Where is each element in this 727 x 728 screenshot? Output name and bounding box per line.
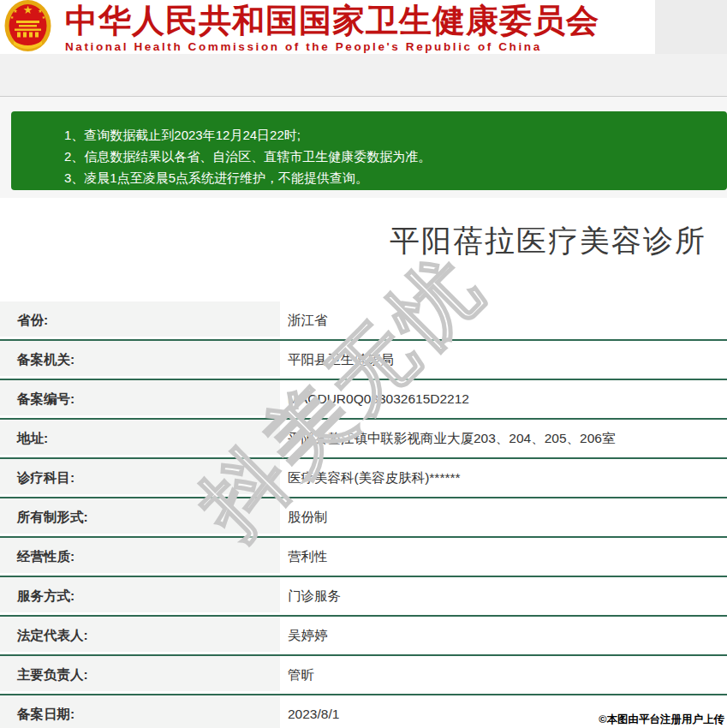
- field-label: 诊疗科目:: [0, 459, 280, 497]
- field-label: 地址:: [0, 420, 280, 457]
- field-label: 省份:: [0, 301, 280, 339]
- field-label: 备案日期:: [0, 695, 280, 728]
- table-row: 诊疗科目: 医疗美容科(美容皮肤科)******: [0, 459, 727, 498]
- notice-line-2: 2、信息数据结果以各省、自治区、直辖市卫生健康委数据为准。: [64, 146, 718, 167]
- svg-text:★: ★: [13, 9, 17, 14]
- table-row: 法定代表人: 吴婷婷: [0, 617, 727, 656]
- svg-text:★: ★: [42, 15, 46, 20]
- field-value: 门诊服务: [280, 577, 727, 615]
- table-row: 省份: 浙江省: [0, 301, 727, 341]
- svg-text:★: ★: [23, 3, 33, 16]
- table-row: 地址: 平阳县鳌江镇中联影视商业大厦203、204、205、206室: [0, 420, 727, 459]
- field-value: 平阳县卫生健康局: [280, 341, 727, 379]
- field-label: 服务方式:: [0, 577, 280, 615]
- header-titles: 中华人民共和国国家卫生健康委员会 National Health Commiss…: [65, 2, 647, 53]
- page: ★ ★ ★ ★ ★ 中华人民共和国国家卫生健康委员会 National Heal…: [0, 0, 727, 728]
- upload-copyright-note: ©本图由平台注册用户上传: [599, 713, 724, 727]
- notice-line-3: 3、凌晨1点至凌晨5点系统进行维护，不能提供查询。: [64, 167, 718, 188]
- field-label: 备案机关:: [0, 341, 280, 379]
- site-header-banner: ★ ★ ★ ★ ★ 中华人民共和国国家卫生健康委员会 National Heal…: [0, 0, 655, 54]
- field-value: 浙江省: [280, 301, 727, 339]
- main-content: 平阳蓓拉医疗美容诊所 省份: 浙江省 备案机关: 平阳县卫生健康局 备案编号: …: [0, 198, 727, 728]
- field-value: 吴婷婷: [280, 617, 727, 654]
- record-table: 省份: 浙江省 备案机关: 平阳县卫生健康局 备案编号: MACDUR0Q033…: [0, 301, 727, 728]
- header-sub-band: [0, 54, 727, 97]
- field-value: 平阳县鳌江镇中联影视商业大厦203、204、205、206室: [280, 420, 727, 457]
- table-row: 主要负责人: 管昕: [0, 656, 727, 695]
- field-label: 法定代表人:: [0, 617, 280, 654]
- table-row: 服务方式: 门诊服务: [0, 577, 727, 617]
- table-row: 备案机关: 平阳县卫生健康局: [0, 341, 727, 380]
- notice-box: 1、查询数据截止到2023年12月24日22时; 2、信息数据结果以各省、自治区…: [11, 111, 727, 190]
- field-label: 经营性质:: [0, 538, 280, 576]
- site-header: ★ ★ ★ ★ ★ 中华人民共和国国家卫生健康委员会 National Heal…: [0, 0, 727, 54]
- field-value: MACDUR0Q033032615D2212: [280, 380, 727, 418]
- notice-line-1: 1、查询数据截止到2023年12月24日22时;: [64, 124, 718, 146]
- notice-band: 1、查询数据截止到2023年12月24日22时; 2、信息数据结果以各省、自治区…: [0, 97, 727, 198]
- table-row: 经营性质: 营利性: [0, 538, 727, 577]
- svg-text:★: ★: [38, 9, 42, 14]
- site-title-chinese: 中华人民共和国国家卫生健康委员会: [65, 2, 647, 39]
- field-value: 营利性: [280, 538, 727, 576]
- prc-national-emblem-icon: ★ ★ ★ ★ ★: [3, 0, 52, 53]
- table-row: 所有制形式: 股份制: [0, 498, 727, 538]
- field-label: 备案编号:: [0, 380, 280, 418]
- svg-text:★: ★: [10, 15, 15, 20]
- field-value: 管昕: [280, 656, 727, 694]
- field-value: 医疗美容科(美容皮肤科)******: [280, 459, 727, 497]
- institution-name-title: 平阳蓓拉医疗美容诊所: [390, 198, 727, 258]
- field-label: 主要负责人:: [0, 656, 280, 694]
- table-row: 备案编号: MACDUR0Q033032615D2212: [0, 380, 727, 420]
- field-label: 所有制形式:: [0, 498, 280, 536]
- site-title-english: National Health Commission of the People…: [65, 40, 647, 53]
- field-value: 股份制: [280, 498, 727, 536]
